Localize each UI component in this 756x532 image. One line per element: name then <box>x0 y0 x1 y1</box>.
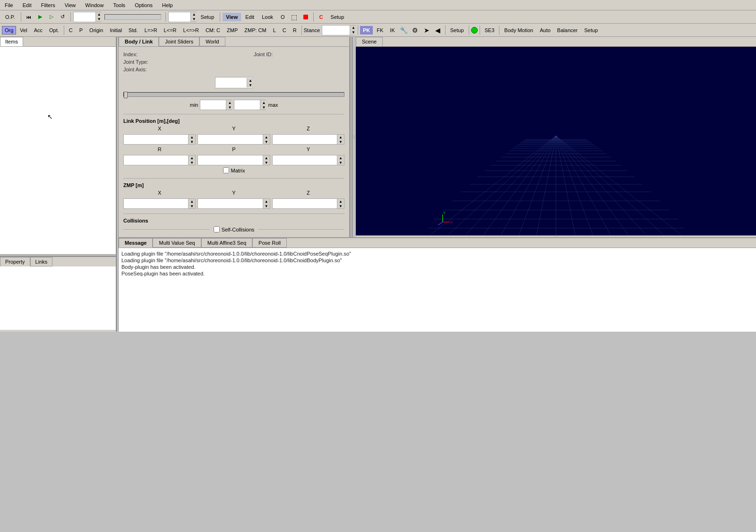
link-z-down[interactable]: ▼ <box>337 139 344 144</box>
stance-input-wrap[interactable]: 0.1500 ▲ ▼ <box>322 25 356 35</box>
cm-c-button[interactable]: CM: C <box>203 26 223 34</box>
min-input[interactable]: 0.00 <box>200 100 226 110</box>
look-button[interactable]: Look <box>258 13 276 21</box>
le-r-button[interactable]: L<=R <box>161 26 180 34</box>
link-y2-wrap[interactable]: 0.0 ▲ ▼ <box>272 155 344 165</box>
ik-icon-2[interactable]: ⚙ <box>410 25 421 35</box>
r-button[interactable]: R <box>290 26 300 34</box>
link-r-wrap[interactable]: 0.0 ▲ ▼ <box>123 155 196 165</box>
zmp-y-down[interactable]: ▼ <box>263 204 270 208</box>
opt-button[interactable]: Opt. <box>46 26 62 34</box>
link-p-up[interactable]: ▲ <box>263 155 270 160</box>
edit-button-tb[interactable]: Edit <box>242 13 258 21</box>
scene-view[interactable]: .grid-line { stroke: #4466aa; stroke-wid… <box>356 47 756 237</box>
matrix-checkbox[interactable] <box>223 167 229 173</box>
zmp-y-up[interactable]: ▲ <box>263 199 270 204</box>
max-input-wrap[interactable]: 0.00 ▲ ▼ <box>234 100 266 110</box>
fk-button[interactable]: FK <box>374 26 386 34</box>
joint-slider[interactable] <box>123 92 344 97</box>
collapse-handle[interactable]: ··· <box>352 37 356 237</box>
stance-down[interactable]: ▼ <box>350 30 357 35</box>
time-end-input[interactable]: 30.00 <box>169 13 190 21</box>
stance-input[interactable]: 0.1500 <box>322 26 350 34</box>
link-r-down[interactable]: ▼ <box>189 160 195 165</box>
min-up[interactable]: ▲ <box>226 100 233 105</box>
origin-button[interactable]: Origin <box>86 26 106 34</box>
link-x-input[interactable]: 0.0000 <box>124 135 188 144</box>
time-input[interactable]: 0.00 <box>74 13 95 21</box>
link-y-down[interactable]: ▼ <box>263 139 270 144</box>
link-z-wrap[interactable]: 0.0000 ▲ ▼ <box>272 134 344 145</box>
link-y2-input[interactable]: 0.0 <box>273 155 337 165</box>
zmp-z-up[interactable]: ▲ <box>337 199 344 204</box>
progress-bar[interactable] <box>104 14 161 20</box>
play-button[interactable]: ▶ <box>35 12 45 22</box>
menu-filters[interactable]: Filters <box>38 1 58 9</box>
menu-help[interactable]: Help <box>159 1 176 9</box>
setup3-button[interactable]: Setup <box>582 26 601 34</box>
setup-button-2[interactable]: Setup <box>327 13 348 21</box>
zmp-x-up[interactable]: ▲ <box>189 199 195 204</box>
multi-value-seq-tab[interactable]: Multi Value Seq <box>153 238 201 248</box>
menu-file[interactable]: File <box>2 1 16 9</box>
ik-icon-4[interactable]: ◀ <box>433 25 443 35</box>
setup-tb2[interactable]: Setup <box>447 26 467 34</box>
op-button[interactable]: O.P. <box>2 13 18 21</box>
l-r2-button[interactable]: L<=>R <box>180 26 202 34</box>
joint-value-down[interactable]: ▼ <box>247 83 254 87</box>
slider-thumb[interactable] <box>124 92 128 98</box>
link-x-down[interactable]: ▼ <box>189 139 195 144</box>
stance-up[interactable]: ▲ <box>350 26 357 30</box>
menu-window[interactable]: Window <box>82 1 106 9</box>
scene-tab[interactable]: Scene <box>356 37 383 46</box>
link-y2-down[interactable]: ▼ <box>337 160 344 165</box>
min-down[interactable]: ▼ <box>226 105 233 110</box>
se3-button[interactable]: SE3 <box>482 26 498 34</box>
link-y-input[interactable]: 0.0000 <box>198 135 262 144</box>
min-input-wrap[interactable]: 0.00 ▲ ▼ <box>200 100 232 110</box>
link-z-input[interactable]: 0.0000 <box>273 135 337 144</box>
link-p-down[interactable]: ▼ <box>263 160 270 165</box>
multi-affine3-seq-tab[interactable]: Multi Affine3 Seq <box>201 238 252 248</box>
menu-view[interactable]: View <box>62 1 79 9</box>
max-down[interactable]: ▼ <box>260 105 267 110</box>
acc-button[interactable]: Acc <box>31 26 45 34</box>
max-input[interactable]: 0.00 <box>234 100 260 110</box>
property-tab[interactable]: Property <box>0 257 30 266</box>
link-p-wrap[interactable]: 0.0 ▲ ▼ <box>198 155 270 165</box>
zmp-y-input[interactable]: 0.0000 <box>198 199 262 208</box>
initial-button[interactable]: Initial <box>107 26 125 34</box>
ik-icon-3[interactable]: ➤ <box>421 25 432 35</box>
ik-icon-1[interactable]: 🔧 <box>399 25 409 35</box>
joint-value-input[interactable]: 0.00 <box>215 77 247 88</box>
time-up[interactable]: ▲ <box>96 12 103 17</box>
menu-edit[interactable]: Edit <box>20 1 34 9</box>
std-button[interactable]: Std. <box>126 26 141 34</box>
zmp-z-down[interactable]: ▼ <box>337 204 344 208</box>
c-button-tb[interactable]: C <box>316 13 326 21</box>
max-up[interactable]: ▲ <box>260 100 267 105</box>
link-p-input[interactable]: 0.0 <box>198 155 262 165</box>
links-tab[interactable]: Links <box>30 257 53 266</box>
body-link-tab[interactable]: Body / Link <box>119 37 159 46</box>
joint-value-up[interactable]: ▲ <box>247 78 254 83</box>
link-r-up[interactable]: ▲ <box>189 155 195 160</box>
auto-button[interactable]: Auto <box>537 26 553 34</box>
c-button-3[interactable]: C <box>280 26 289 34</box>
self-collisions-checkbox[interactable] <box>214 226 220 232</box>
message-tab[interactable]: Message <box>119 238 153 248</box>
link-y-up[interactable]: ▲ <box>263 135 270 139</box>
items-tab[interactable]: Items <box>0 37 23 46</box>
record-icon[interactable] <box>301 12 311 22</box>
zmp-z-input[interactable]: 0.0000 <box>273 199 337 208</box>
link-x-wrap[interactable]: 0.0000 ▲ ▼ <box>123 134 196 145</box>
body-motion-button[interactable]: Body Motion <box>501 26 536 34</box>
link-z-up[interactable]: ▲ <box>337 135 344 139</box>
time-end-down[interactable]: ▼ <box>191 17 198 22</box>
joint-sliders-tab[interactable]: Joint Sliders <box>159 37 199 46</box>
zmp-button[interactable]: ZMP <box>224 26 241 34</box>
menu-tools[interactable]: Tools <box>110 1 128 9</box>
zmp-x-down[interactable]: ▼ <box>189 204 195 208</box>
time-down[interactable]: ▼ <box>96 17 103 22</box>
rewind-button[interactable]: ⏮ <box>24 12 34 22</box>
